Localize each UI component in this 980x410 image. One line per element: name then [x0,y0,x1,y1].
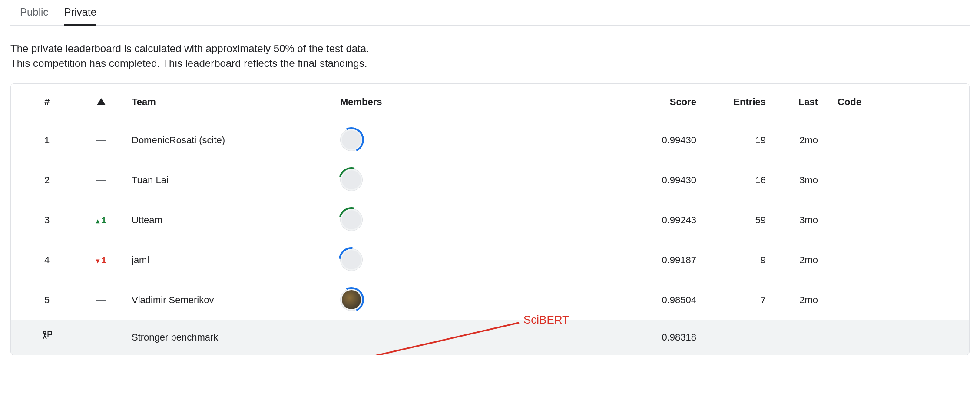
benchmark-icon [40,332,53,345]
score-cell: 0.99430 [627,135,696,146]
leaderboard-table: # Team Members Score Entries Last Code 1… [10,83,970,355]
rank-cell: 2 [23,175,71,186]
entries-cell: 16 [696,175,766,186]
table-row[interactable]: 3 1 Utteam 0.99243 59 3mo [11,200,969,240]
avatar-ring [334,162,368,197]
avatar-ring [334,202,368,237]
table-row[interactable]: 4 1 jaml 0.99187 9 2mo [11,240,969,280]
members-cell [340,208,627,232]
score-cell: 0.99243 [627,215,696,226]
avatar[interactable] [340,169,363,191]
avatar[interactable] [340,248,363,271]
score-cell: 0.98504 [627,294,696,306]
score-cell: 0.99430 [627,175,696,186]
entries-cell: 59 [696,215,766,226]
delta-cell: 1 [71,215,132,226]
benchmark-row: Stronger benchmark 0.98318 [11,320,969,355]
last-cell: 2mo [766,135,818,146]
leaderboard-header-row: # Team Members Score Entries Last Code [11,84,969,120]
rank-cell: 3 [23,215,71,226]
delta-cell [71,175,132,186]
members-cell [340,248,627,272]
avatar[interactable] [340,129,363,151]
table-row[interactable]: 2 Tuan Lai 0.99430 16 3mo [11,160,969,200]
delta-cell: 1 [71,255,132,266]
last-cell: 3mo [766,215,818,226]
benchmark-icon-cell [23,330,71,346]
team-cell[interactable]: Vladimir Semerikov [132,294,340,306]
col-header-delta[interactable] [71,96,132,108]
entries-cell: 19 [696,135,766,146]
avatar-ring [335,124,368,156]
members-cell [340,169,627,192]
col-header-rank[interactable]: # [23,96,71,108]
avatar-ring [335,284,368,316]
members-cell [340,288,627,312]
col-header-members[interactable]: Members [340,96,627,108]
team-cell[interactable]: jaml [132,255,340,266]
delta-cell [71,294,132,306]
col-header-entries[interactable]: Entries [696,96,766,108]
team-cell[interactable]: Tuan Lai [132,175,340,186]
avatar[interactable] [340,288,363,311]
tab-private[interactable]: Private [64,6,96,25]
col-header-last[interactable]: Last [766,96,818,108]
last-cell: 2mo [766,255,818,266]
description-line1: The private leaderboard is calculated wi… [10,41,970,56]
col-header-score[interactable]: Score [627,96,696,108]
entries-cell: 9 [696,255,766,266]
delta-sort-icon [97,98,106,105]
avatar-ring [334,242,369,278]
score-cell: 0.99187 [627,255,696,266]
entries-cell: 7 [696,294,766,306]
last-cell: 3mo [766,175,818,186]
last-cell: 2mo [766,294,818,306]
benchmark-team: Stronger benchmark [132,332,340,343]
col-header-team[interactable]: Team [132,96,340,108]
tab-public[interactable]: Public [20,6,48,25]
delta-cell [71,135,132,146]
table-row[interactable]: 1 DomenicRosati (scite) 0.99430 19 2mo [11,120,969,160]
description-line2: This competition has completed. This lea… [10,56,970,71]
avatar[interactable] [340,208,363,231]
svg-point-0 [44,331,46,333]
team-cell[interactable]: Utteam [132,215,340,226]
rank-cell: 5 [23,294,71,306]
team-cell[interactable]: DomenicRosati (scite) [132,135,340,146]
rank-cell: 1 [23,135,71,146]
leaderboard-description: The private leaderboard is calculated wi… [10,41,970,70]
rank-cell: 4 [23,255,71,266]
col-header-code[interactable]: Code [818,96,861,108]
table-row[interactable]: 5 Vladimir Semerikov 0.98504 7 2mo [11,280,969,320]
members-cell [340,129,627,152]
leaderboard-tabs: Public Private [10,0,970,26]
benchmark-score: 0.98318 [627,332,696,343]
